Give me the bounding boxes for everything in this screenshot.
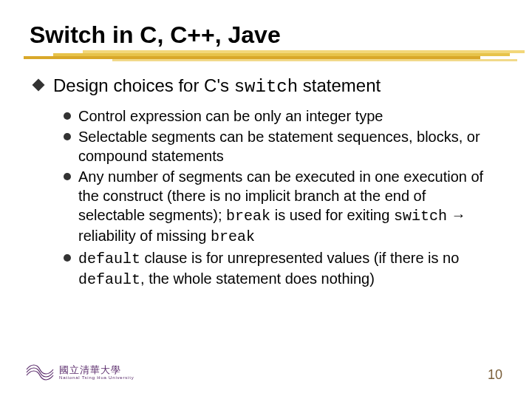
bullet-level1: Design choices for C's switch statement	[34, 74, 502, 98]
logo-icon	[25, 362, 55, 383]
page-number: 10	[488, 367, 502, 383]
sub-bullet: Selectable segments can be statement seq…	[64, 127, 495, 166]
bullet-dot-icon	[64, 133, 71, 140]
sub-bullet-list: Control expression can be only an intege…	[64, 106, 495, 290]
logo-text-cn: 國立清華大學	[59, 365, 134, 375]
sub-bullet: Control expression can be only an intege…	[64, 106, 495, 126]
bullet1-text: Design choices for C's switch statement	[53, 74, 381, 98]
bullet-dot-icon	[64, 173, 71, 180]
bullet-dot-icon	[64, 254, 71, 262]
sub-bullet: default clause is for unrepresented valu…	[64, 248, 495, 290]
sub-bullet-text: default clause is for unrepresented valu…	[78, 248, 495, 290]
logo-text-en: National Tsing Hua University	[59, 375, 134, 380]
sub-bullet-text: Control expression can be only an intege…	[78, 106, 383, 126]
sub-bullet-text: Any number of segments can be executed i…	[78, 167, 495, 247]
university-logo: 國立清華大學 National Tsing Hua University	[25, 362, 134, 383]
sub-bullet-text: Selectable segments can be statement seq…	[78, 127, 495, 166]
diamond-icon	[33, 79, 45, 92]
bullet-dot-icon	[64, 112, 71, 120]
slide-title: Switch in C, C++, Jave	[30, 21, 502, 49]
title-underline	[24, 50, 525, 61]
sub-bullet: Any number of segments can be executed i…	[64, 167, 495, 247]
